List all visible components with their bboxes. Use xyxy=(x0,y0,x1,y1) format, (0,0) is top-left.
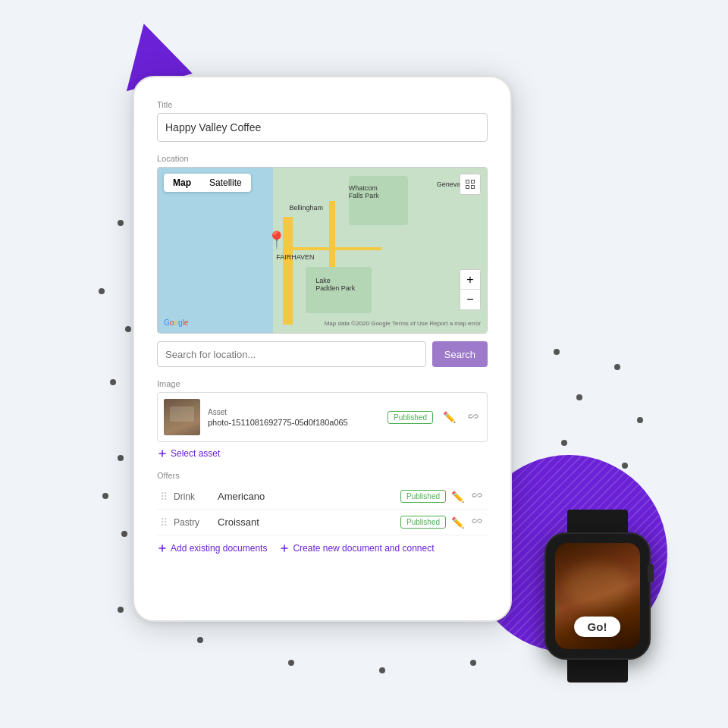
whatcom-label: WhatcomFalls Park xyxy=(349,184,379,199)
map-tab-map[interactable]: Map xyxy=(164,174,200,192)
dot-17 xyxy=(561,440,567,446)
lake-padden-label: LakePadden Park xyxy=(315,277,355,292)
dot-4 xyxy=(110,379,116,385)
map-zoom-controls: + − xyxy=(460,269,481,310)
select-asset-button[interactable]: Select asset xyxy=(157,448,220,459)
image-asset-row: Asset photo-1511081692775-05d0f180a065 P… xyxy=(157,392,488,442)
tablet-device: Title Location Bellingham xyxy=(133,76,512,622)
dot-1 xyxy=(118,220,124,226)
dot-6 xyxy=(118,455,124,461)
offer-name-1: Americano xyxy=(218,491,394,502)
add-links-row: Add existing documents Create new docume… xyxy=(157,543,488,566)
offer-actions-2: Published ✏️ xyxy=(400,516,485,529)
location-search-row: Search xyxy=(157,341,488,367)
map-zoom-in[interactable]: + xyxy=(460,270,480,290)
asset-published-badge: Published xyxy=(388,411,433,424)
tablet-content: Title Location Bellingham xyxy=(134,77,510,620)
map-water-bay xyxy=(158,168,283,333)
offer-type-2: Pastry xyxy=(174,517,212,528)
title-label: Title xyxy=(157,100,488,109)
watch-body: Go! xyxy=(544,532,651,660)
svg-rect-3 xyxy=(472,186,475,189)
dot-3 xyxy=(125,326,131,332)
image-label: Image xyxy=(157,379,488,388)
dot-19 xyxy=(637,417,643,423)
watch-screen: Go! xyxy=(555,543,640,649)
offer-row-2: ⠿ Pastry Croissant Published ✏️ xyxy=(157,510,488,535)
drag-handle-2[interactable]: ⠿ xyxy=(160,516,168,529)
dot-18 xyxy=(614,364,620,370)
apple-watch-device: Go! xyxy=(531,510,664,682)
offer-1-link[interactable] xyxy=(469,490,485,503)
location-search-input[interactable] xyxy=(157,341,426,367)
watch-crown xyxy=(648,564,654,582)
watch-band-bottom xyxy=(567,660,628,682)
map-background: Bellingham WhatcomFalls Park Geneva FAIR… xyxy=(158,168,487,333)
map-container: Bellingham WhatcomFalls Park Geneva FAIR… xyxy=(157,167,488,334)
watch-go-button[interactable]: Go! xyxy=(574,617,621,637)
asset-id: photo-1511081692775-05d0f180a065 xyxy=(208,418,380,427)
title-input[interactable] xyxy=(157,113,488,142)
offer-row-1: ⠿ Drink Americano Published ✏️ xyxy=(157,484,488,510)
dot-8 xyxy=(121,531,127,537)
google-logo: Google xyxy=(164,318,188,327)
dot-16 xyxy=(576,394,582,400)
map-park-whatcom xyxy=(349,176,408,225)
create-new-btn[interactable]: Create new document and connect xyxy=(279,543,434,554)
offer-type-1: Drink xyxy=(174,491,212,502)
fairhaven-label: FAIRHAVEN xyxy=(276,253,314,261)
offer-2-badge: Published xyxy=(400,516,446,529)
svg-rect-1 xyxy=(472,180,475,184)
dot-20 xyxy=(622,463,628,469)
map-zoom-out[interactable]: − xyxy=(460,290,480,309)
dot-14 xyxy=(470,660,476,666)
asset-thumbnail xyxy=(164,399,200,435)
dot-7 xyxy=(102,493,108,499)
map-expand-button[interactable] xyxy=(460,174,481,195)
asset-edit-button[interactable]: ✏️ xyxy=(441,411,458,423)
dot-12 xyxy=(288,660,294,666)
map-pin: 📍 xyxy=(266,231,287,250)
watch-band-top xyxy=(567,510,628,532)
offer-1-edit[interactable]: ✏️ xyxy=(449,491,466,503)
bellingham-label: Bellingham xyxy=(290,204,324,212)
asset-label: Asset xyxy=(208,408,380,416)
drag-handle-1[interactable]: ⠿ xyxy=(160,491,168,503)
add-existing-btn[interactable]: Add existing documents xyxy=(157,543,267,554)
asset-info: Asset photo-1511081692775-05d0f180a065 xyxy=(208,408,380,427)
offer-name-2: Croissant xyxy=(218,516,394,528)
svg-rect-2 xyxy=(466,186,469,189)
offer-actions-1: Published ✏️ xyxy=(400,490,485,503)
offer-2-link[interactable] xyxy=(469,516,485,529)
map-tab-satellite[interactable]: Satellite xyxy=(200,174,251,192)
offers-label: Offers xyxy=(157,471,488,480)
dot-11 xyxy=(197,637,203,643)
geneva-label: Geneva xyxy=(437,180,461,188)
dot-10 xyxy=(118,607,124,613)
dot-2 xyxy=(99,288,105,294)
map-tabs: Map Satellite xyxy=(164,174,251,192)
location-label: Location xyxy=(157,154,488,163)
dot-15 xyxy=(554,349,560,355)
dot-13 xyxy=(379,667,385,673)
svg-rect-0 xyxy=(466,180,469,184)
offer-1-badge: Published xyxy=(400,490,446,503)
asset-link-button[interactable] xyxy=(466,411,481,424)
map-attribution: Map data ©2020 Google Terms of Use Repor… xyxy=(325,320,481,327)
location-search-button[interactable]: Search xyxy=(432,341,488,367)
map-road-3 xyxy=(329,201,336,267)
offer-2-edit[interactable]: ✏️ xyxy=(449,516,466,529)
